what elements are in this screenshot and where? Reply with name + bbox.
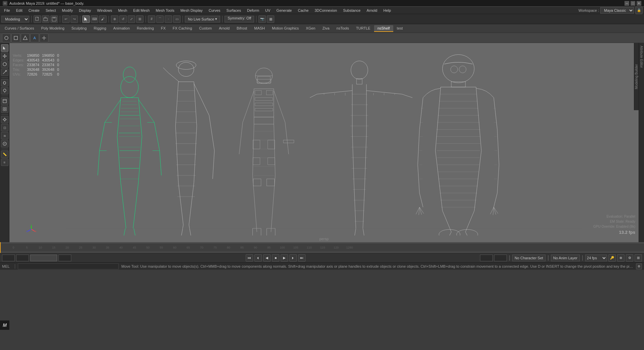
shelf-tab-test[interactable]: test bbox=[394, 25, 406, 32]
shelf-icon-4[interactable]: A bbox=[30, 34, 39, 42]
current-frame-input[interactable]: 0 bbox=[16, 255, 29, 261]
move-tool-button[interactable]: ⊕ bbox=[111, 15, 118, 23]
camera-tools-button[interactable]: 📷 bbox=[258, 15, 266, 23]
menu-create[interactable]: Create bbox=[26, 8, 42, 13]
menu-deform[interactable]: Deform bbox=[244, 8, 262, 13]
menu-select[interactable]: Select bbox=[43, 8, 59, 13]
left-tool-rotate[interactable] bbox=[1, 60, 8, 68]
frame-end-input[interactable]: 120 bbox=[480, 255, 493, 261]
left-tool-grid[interactable] bbox=[1, 105, 8, 113]
menu-mesh-display[interactable]: Mesh Display bbox=[178, 8, 205, 13]
menu-substance[interactable]: Substance bbox=[340, 8, 363, 13]
play-back-button[interactable]: ◀ bbox=[263, 254, 271, 262]
play-step-forward-button[interactable]: ⏵ bbox=[289, 254, 297, 262]
left-tool-list[interactable]: ≡ bbox=[1, 159, 8, 166]
character-set-button[interactable]: No Character Set bbox=[512, 255, 546, 261]
play-forward-button[interactable]: ▶ bbox=[281, 254, 288, 262]
paint-select-button[interactable]: 🖌 bbox=[99, 15, 107, 23]
menu-3dconnexion[interactable]: 3DConnexion bbox=[312, 8, 340, 13]
menu-curves[interactable]: Curves bbox=[206, 8, 223, 13]
play-goto-start-button[interactable]: ⏮ bbox=[246, 254, 253, 262]
rotate-tool-button[interactable]: ↺ bbox=[119, 15, 127, 23]
frame-total-input[interactable]: 200 bbox=[494, 255, 507, 261]
left-tool-lasso[interactable] bbox=[1, 79, 8, 86]
frame-start-input[interactable]: 0 bbox=[2, 255, 15, 261]
shelf-tab-poly[interactable]: Poly Modeling bbox=[38, 25, 68, 32]
select-tool-button[interactable] bbox=[82, 15, 90, 23]
timeline-track[interactable]: 0 5 10 15 20 25 30 35 40 45 50 55 60 65 … bbox=[0, 242, 644, 253]
menu-arnold[interactable]: Arnold bbox=[364, 8, 380, 13]
auto-keyframe-button[interactable]: ⊕ bbox=[617, 254, 625, 262]
workspace-lock-button[interactable]: 🔒 bbox=[635, 7, 643, 14]
shelf-tab-fx[interactable]: FX bbox=[158, 25, 169, 32]
frame-range-end-input[interactable]: 120 bbox=[58, 255, 71, 261]
timeline-extra-button[interactable]: ⊞ bbox=[635, 254, 642, 262]
menu-display[interactable]: Display bbox=[76, 8, 94, 13]
modeling-builder-tab[interactable]: Modeling Builder bbox=[634, 43, 639, 110]
snap-curve-button[interactable]: ⌒ bbox=[156, 15, 164, 23]
status-settings-button[interactable]: ⚙ bbox=[636, 263, 642, 269]
menu-mesh-tools[interactable]: Mesh Tools bbox=[153, 8, 177, 13]
shelf-tab-fxcaching[interactable]: FX Caching bbox=[169, 25, 195, 32]
menu-windows[interactable]: Windows bbox=[94, 8, 115, 13]
shelf-icon-1[interactable] bbox=[2, 34, 11, 42]
maximize-button[interactable]: □ bbox=[631, 1, 635, 6]
shelf-tab-xgen[interactable]: XGen bbox=[303, 25, 319, 32]
shelf-icon-2[interactable] bbox=[11, 34, 20, 42]
snap-grid-button[interactable]: # bbox=[148, 15, 155, 23]
keyframe-button[interactable]: 🔑 bbox=[608, 254, 616, 262]
new-scene-button[interactable] bbox=[34, 15, 41, 23]
play-goto-end-button[interactable]: ⏭ bbox=[298, 254, 306, 262]
open-scene-button[interactable] bbox=[42, 15, 49, 23]
workspace-selector[interactable]: Maya Classic bbox=[600, 7, 634, 14]
shelf-tab-rigging[interactable]: Rigging bbox=[90, 25, 110, 32]
render-button[interactable]: ▦ bbox=[267, 15, 274, 23]
mode-selector[interactable]: Modeling Rigging Animation bbox=[1, 16, 29, 23]
menu-generate[interactable]: Generate bbox=[274, 8, 294, 13]
undo-button[interactable]: ↩ bbox=[62, 15, 70, 23]
play-step-back-button[interactable]: ⏴ bbox=[254, 254, 262, 262]
symmetry-button[interactable]: Symmetry: Off bbox=[225, 16, 254, 23]
shelf-tab-nstools[interactable]: nsTools bbox=[333, 25, 352, 32]
snap-view-button[interactable]: ▭ bbox=[173, 15, 180, 23]
attribute-editor-tab[interactable]: Attribute Editor bbox=[639, 44, 644, 69]
left-tool-move[interactable] bbox=[1, 52, 8, 60]
fps-selector[interactable]: 24 fps 30 fps bbox=[585, 255, 607, 261]
script-input[interactable] bbox=[18, 263, 119, 269]
shelf-tab-motiongraphics[interactable]: Motion Graphics bbox=[269, 25, 302, 32]
snap-point-button[interactable]: · bbox=[165, 15, 172, 23]
shelf-tab-bifrost[interactable]: Bifrost bbox=[233, 25, 250, 32]
menu-help[interactable]: Help bbox=[380, 8, 394, 13]
shelf-tab-arnold[interactable]: Arnold bbox=[215, 25, 233, 32]
anim-layer-button[interactable]: No Anim Layer bbox=[551, 255, 580, 261]
close-button[interactable]: ✕ bbox=[637, 1, 641, 6]
left-tool-scale[interactable] bbox=[1, 69, 8, 76]
save-scene-button[interactable] bbox=[50, 15, 58, 23]
shelf-icon-5[interactable] bbox=[40, 34, 48, 42]
left-tool-sculpt[interactable] bbox=[1, 140, 8, 147]
shelf-tab-rendering[interactable]: Rendering bbox=[133, 25, 157, 32]
shelf-icon-3[interactable] bbox=[21, 34, 30, 42]
shelf-tab-sculpting[interactable]: Sculpting bbox=[68, 25, 90, 32]
menu-surfaces[interactable]: Surfaces bbox=[224, 8, 244, 13]
frame-range-bar[interactable] bbox=[30, 255, 57, 261]
universal-tool-button[interactable]: ⊞ bbox=[136, 15, 144, 23]
left-tool-select[interactable] bbox=[1, 44, 8, 52]
minimize-button[interactable]: ─ bbox=[625, 1, 629, 6]
menu-file[interactable]: File bbox=[1, 8, 13, 13]
shelf-tab-animation[interactable]: Animation bbox=[110, 25, 133, 32]
redo-button[interactable]: ↪ bbox=[71, 15, 78, 23]
left-tool-snap[interactable] bbox=[1, 116, 8, 123]
play-stop-button[interactable]: ■ bbox=[272, 254, 279, 262]
viewport[interactable]: View Shading Lighting Show Renderer Pane… bbox=[9, 43, 639, 242]
left-tool-constraint[interactable]: ⊡ bbox=[1, 124, 8, 131]
menu-edit-mesh[interactable]: Edit Mesh bbox=[130, 8, 152, 13]
live-surface-button[interactable]: No Live Surface ▾ bbox=[185, 16, 220, 23]
left-tool-paint[interactable] bbox=[1, 87, 8, 94]
timeline-settings-button[interactable]: ⚙ bbox=[626, 254, 633, 262]
menu-uv[interactable]: UV bbox=[263, 8, 273, 13]
menu-edit[interactable]: Edit bbox=[13, 8, 25, 13]
shelf-tab-custom[interactable]: Custom bbox=[196, 25, 215, 32]
left-tool-soft-mod[interactable]: ≋ bbox=[1, 132, 8, 139]
lasso-select-button[interactable]: ⌨ bbox=[91, 15, 98, 23]
